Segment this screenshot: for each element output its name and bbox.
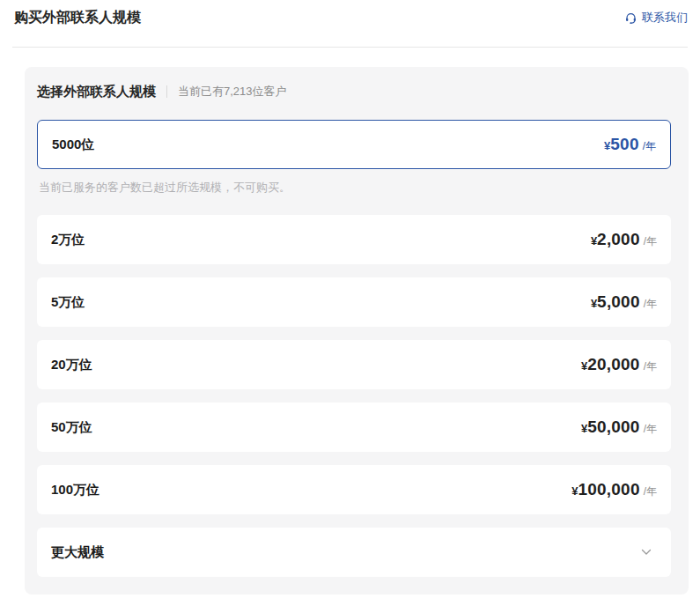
topbar: 购买外部联系人规模 联系我们 [0, 0, 700, 26]
plan-option-500k[interactable]: 50万位 ¥ 50,000 /年 [37, 403, 671, 452]
plan-selection-card: 选择外部联系人规模 当前已有7,213位客户 5000位 ¥ 500 /年 当前… [25, 67, 689, 595]
price-currency: ¥ [591, 297, 597, 310]
plan-option-label: 50万位 [51, 419, 92, 436]
price-amount: 500 [610, 135, 638, 154]
plan-option-price: ¥ 500 /年 [604, 135, 656, 154]
plan-option-larger-scale[interactable]: 更大规模 [37, 528, 671, 577]
price-currency: ¥ [591, 234, 597, 247]
current-customer-count: 当前已有7,213位客户 [178, 84, 287, 100]
price-amount: 50,000 [587, 417, 639, 437]
plan-option-price: ¥ 5,000 /年 [591, 292, 657, 312]
price-unit: /年 [644, 359, 657, 374]
price-unit: /年 [644, 297, 657, 312]
plan-option-price: ¥ 50,000 /年 [581, 417, 657, 437]
plan-option-label: 5万位 [51, 294, 85, 311]
plan-option-5000[interactable]: 5000位 ¥ 500 /年 [37, 120, 671, 169]
card-title: 选择外部联系人规模 [37, 84, 156, 100]
plan-option-label: 100万位 [51, 482, 99, 499]
header-divider [12, 47, 688, 48]
contact-us-link[interactable]: 联系我们 [624, 10, 688, 26]
price-currency: ¥ [581, 359, 587, 373]
plan-option-price: ¥ 20,000 /年 [581, 355, 657, 374]
price-currency: ¥ [581, 422, 587, 435]
price-amount: 100,000 [578, 480, 640, 499]
plan-option-200k[interactable]: 20万位 ¥ 20,000 /年 [37, 340, 671, 389]
card-header: 选择外部联系人规模 当前已有7,213位客户 [37, 83, 671, 100]
price-amount: 2,000 [597, 230, 640, 249]
header-separator [166, 85, 167, 98]
contact-us-label: 联系我们 [642, 10, 688, 26]
chevron-down-icon [641, 549, 657, 556]
price-amount: 5,000 [597, 292, 640, 312]
plan-option-1m[interactable]: 100万位 ¥ 100,000 /年 [37, 465, 671, 514]
headset-icon [624, 11, 637, 25]
plan-option-label: 2万位 [51, 232, 85, 248]
price-currency: ¥ [571, 484, 578, 498]
plan-option-label: 5000位 [52, 137, 94, 153]
price-amount: 20,000 [587, 355, 639, 374]
disabled-note: 当前已服务的客户数已超过所选规模，不可购买。 [39, 180, 671, 196]
price-unit: /年 [643, 139, 656, 154]
price-unit: /年 [644, 422, 657, 437]
plan-option-20k[interactable]: 2万位 ¥ 2,000 /年 [37, 215, 671, 264]
price-unit: /年 [644, 484, 657, 499]
plan-option-price: ¥ 100,000 /年 [571, 480, 657, 499]
plan-option-50k[interactable]: 5万位 ¥ 5,000 /年 [37, 277, 671, 327]
plan-option-label: 更大规模 [51, 544, 104, 561]
price-currency: ¥ [604, 139, 610, 152]
plan-option-price: ¥ 2,000 /年 [591, 230, 657, 249]
plan-option-label: 20万位 [51, 357, 92, 373]
price-unit: /年 [644, 234, 657, 249]
page-title: 购买外部联系人规模 [14, 9, 141, 26]
